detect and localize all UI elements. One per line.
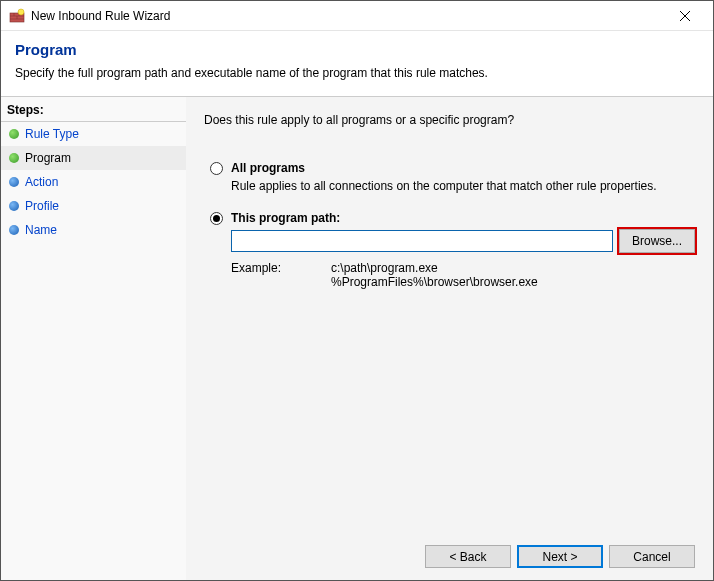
page-title: Program	[15, 41, 699, 58]
radio-icon[interactable]	[210, 212, 223, 225]
wizard-window: New Inbound Rule Wizard Program Specify …	[0, 0, 714, 581]
close-button[interactable]	[665, 2, 705, 30]
radio-label: This program path:	[231, 211, 340, 225]
wizard-main: Does this rule apply to all programs or …	[186, 96, 713, 580]
program-path-row: Browse...	[231, 229, 695, 253]
step-label[interactable]: Rule Type	[25, 127, 79, 141]
radio-label: All programs	[231, 161, 305, 175]
step-label[interactable]: Action	[25, 175, 58, 189]
page-subtitle: Specify the full program path and execut…	[15, 66, 699, 80]
wizard-content: Steps: Rule Type Program Action Profile …	[1, 96, 713, 580]
step-name[interactable]: Name	[1, 218, 186, 242]
bullet-icon	[9, 201, 19, 211]
bullet-icon	[9, 129, 19, 139]
step-profile[interactable]: Profile	[1, 194, 186, 218]
example-label: Example:	[231, 261, 291, 289]
radio-all-desc: Rule applies to all connections on the c…	[231, 179, 695, 193]
next-button[interactable]: Next >	[517, 545, 603, 568]
step-program[interactable]: Program	[1, 146, 186, 170]
program-path-input[interactable]	[231, 230, 613, 252]
bullet-icon	[9, 177, 19, 187]
titlebar: New Inbound Rule Wizard	[1, 1, 713, 31]
bullet-icon	[9, 225, 19, 235]
step-label[interactable]: Name	[25, 223, 57, 237]
program-scope-radio-group: All programs Rule applies to all connect…	[210, 161, 695, 289]
back-button[interactable]: < Back	[425, 545, 511, 568]
steps-heading: Steps:	[1, 99, 186, 122]
wizard-question: Does this rule apply to all programs or …	[204, 113, 695, 127]
step-label[interactable]: Profile	[25, 199, 59, 213]
radio-all-programs[interactable]: All programs	[210, 161, 695, 175]
bullet-icon	[9, 153, 19, 163]
radio-this-program-path[interactable]: This program path:	[210, 211, 695, 225]
cancel-button[interactable]: Cancel	[609, 545, 695, 568]
radio-icon[interactable]	[210, 162, 223, 175]
example-paths: c:\path\program.exe %ProgramFiles%\brows…	[331, 261, 538, 289]
steps-sidebar: Steps: Rule Type Program Action Profile …	[1, 96, 186, 580]
wizard-header: Program Specify the full program path an…	[1, 31, 713, 96]
example-row: Example: c:\path\program.exe %ProgramFil…	[231, 261, 695, 289]
wizard-footer-buttons: < Back Next > Cancel	[204, 535, 695, 568]
step-label: Program	[25, 151, 71, 165]
window-title: New Inbound Rule Wizard	[31, 9, 665, 23]
firewall-icon	[9, 8, 25, 24]
svg-point-7	[18, 9, 24, 15]
browse-button[interactable]: Browse...	[619, 229, 695, 253]
step-rule-type[interactable]: Rule Type	[1, 122, 186, 146]
step-action[interactable]: Action	[1, 170, 186, 194]
